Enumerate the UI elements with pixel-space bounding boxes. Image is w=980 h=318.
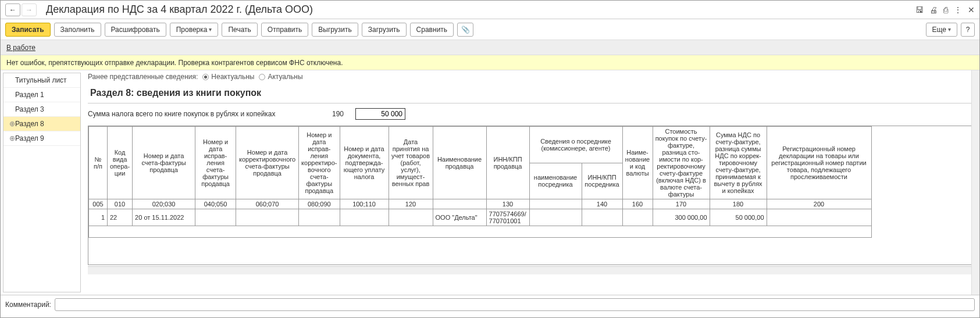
table-row[interactable] (89, 226, 872, 238)
forward-button[interactable]: → (22, 3, 37, 16)
back-button[interactable]: ← (5, 3, 20, 16)
th-accdate: Дата принятия на учет товаров (работ, ус… (389, 127, 433, 199)
horizontal-scrollbar[interactable] (88, 266, 975, 274)
print-icon[interactable]: 🖨 (929, 5, 938, 15)
vertical-scrollbar[interactable] (971, 70, 979, 295)
code-cell (433, 199, 486, 209)
th-agent-inn: ИНН/КПП посредника (582, 163, 622, 199)
cell (236, 209, 299, 226)
th-opcode: Код вида опера-ции (108, 127, 133, 199)
code-cell: 010 (108, 199, 133, 209)
th-adj-corr: Номер и дата исправ-ления корректиро-воч… (299, 127, 340, 199)
cell (767, 209, 871, 226)
status-bar[interactable]: В работе (1, 40, 979, 55)
cell: 7707574669/770701001 (486, 209, 529, 226)
table-row[interactable]: 1 22 20 от 15.11.2022 ООО "Дельта" 77075… (89, 209, 872, 226)
close-icon[interactable]: ✕ (968, 5, 975, 15)
code-cell: 080;090 (299, 199, 340, 209)
data-table[interactable]: № п/п Код вида опера-ции Номер и дата сч… (88, 126, 975, 265)
th-agent: Сведения о посреднике (комиссионере, аге… (529, 127, 622, 163)
comment-label: Комментарий: (5, 301, 51, 309)
fill-button[interactable]: Заполнить (54, 23, 101, 37)
code-cell: 020;030 (133, 199, 195, 209)
code-cell: 140 (582, 199, 622, 209)
sidebar-item-title[interactable]: Титульный лист (3, 73, 80, 88)
th-agent-name: наименование посредника (529, 163, 582, 199)
section-title: Раздел 8: сведения из книги покупок (88, 84, 975, 103)
code-cell (529, 199, 582, 209)
cell (582, 209, 622, 226)
th-paydoc: Номер и дата документа, подтвержда-ющего… (340, 127, 389, 199)
code-cell: 040;050 (195, 199, 236, 209)
sidebar-item-section9[interactable]: ⊕Раздел 9 (3, 131, 80, 146)
cell (340, 209, 389, 226)
cell (622, 209, 653, 226)
code-cell: 180 (710, 199, 767, 209)
code-cell: 170 (653, 199, 710, 209)
radio-dot-icon (259, 74, 265, 80)
write-button[interactable]: Записать (5, 23, 51, 37)
cell: 1 (89, 209, 108, 226)
cell: ООО "Дельта" (433, 209, 486, 226)
info-bar: Нет ошибок, препятствующих отправке декл… (1, 55, 979, 70)
sum-input[interactable] (355, 108, 405, 120)
print-button[interactable]: Печать (222, 23, 257, 37)
download-button[interactable]: Загрузить (362, 23, 407, 37)
sum-code: 190 (326, 110, 350, 118)
cell: 20 от 15.11.2022 (133, 209, 195, 226)
save-icon[interactable]: 🖫 (915, 5, 924, 15)
cell: 300 000,00 (653, 209, 710, 226)
th-num: № п/п (89, 127, 108, 199)
code-cell: 200 (767, 199, 871, 209)
sidebar-item-section8[interactable]: ⊕Раздел 8 (3, 117, 80, 131)
compare-button[interactable]: Сравнить (410, 23, 454, 37)
more-button[interactable]: Еще (926, 23, 957, 37)
send-button[interactable]: Отправить (261, 23, 309, 37)
cell: 50 000,00 (710, 209, 767, 226)
code-cell: 130 (486, 199, 529, 209)
th-vat: Сумма НДС по счету-фактуре, разница сумм… (710, 127, 767, 199)
prev-data-row: Ранее представленные сведения: Неактуаль… (88, 73, 975, 81)
th-inn: ИНН/КПП продавца (486, 127, 529, 199)
cell (389, 209, 433, 226)
decode-button[interactable]: Расшифровать (105, 23, 166, 37)
page-title: Декларация по НДС за 4 квартал 2022 г. (… (46, 3, 915, 16)
cell (529, 209, 582, 226)
code-cell: 100;110 (340, 199, 389, 209)
radio-dot-icon (202, 74, 209, 80)
sidebar-item-section3[interactable]: Раздел 3 (3, 102, 80, 117)
attach-button[interactable]: 📎 (457, 23, 473, 37)
th-corr: Номер и дата исправ-ления счета-фактуры … (195, 127, 236, 199)
sidebar-item-section1[interactable]: Раздел 1 (3, 88, 80, 102)
th-reg: Регистрационный номер декларации на това… (767, 127, 871, 199)
radio-not-actual[interactable]: Неактуальны (202, 73, 254, 81)
comment-input[interactable] (55, 298, 975, 311)
code-cell: 160 (622, 199, 653, 209)
preview-icon[interactable]: ⎙ (943, 5, 948, 15)
th-adj: Номер и дата корректировочного счета-фак… (236, 127, 299, 199)
cell (299, 209, 340, 226)
th-cost: Стоимость покупок по счету-фактуре, разн… (653, 127, 710, 199)
th-seller: Наименование продавца (433, 127, 486, 199)
cell: 22 (108, 209, 133, 226)
code-cell: 005 (89, 199, 108, 209)
upload-button[interactable]: Выгрузить (312, 23, 358, 37)
code-cell: 060;070 (236, 199, 299, 209)
radio-actual[interactable]: Актуальны (259, 73, 302, 81)
sidebar: Титульный лист Раздел 1 Раздел 3 ⊕Раздел… (3, 73, 81, 292)
help-button[interactable]: ? (961, 23, 975, 37)
kebab-icon[interactable]: ⋮ (954, 5, 962, 15)
check-button[interactable]: Проверка (170, 23, 219, 37)
th-invoice: Номер и дата счета-фактуры продавца (133, 127, 195, 199)
th-currency: Наиме-нование и код валюты (622, 127, 653, 199)
sum-label: Сумма налога всего по книге покупок в ру… (88, 110, 320, 118)
code-cell: 120 (389, 199, 433, 209)
cell (195, 209, 236, 226)
